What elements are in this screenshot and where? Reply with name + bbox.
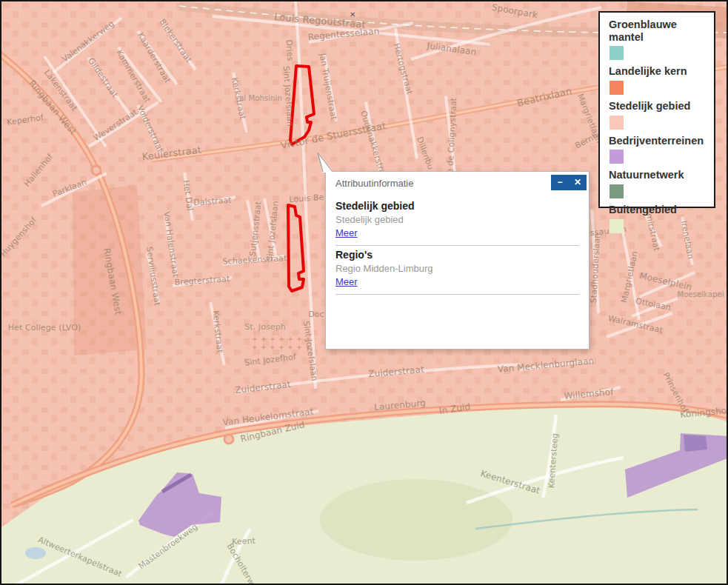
attribute-section: Stedelijk gebied Stedelijk gebied Meer xyxy=(335,200,579,246)
attribute-value: Regio Midden-Limburg xyxy=(335,263,579,274)
attribute-value: Stedelijk gebied xyxy=(335,214,579,225)
legend-item: Bedrijventerreinen xyxy=(609,135,714,164)
popup-title: Attribuutinformatie xyxy=(335,178,414,189)
legend-item-swatch xyxy=(610,184,624,198)
roundabout xyxy=(224,435,233,444)
popup-header[interactable]: Attribuutinformatie − ✕ xyxy=(326,172,589,194)
roundabout xyxy=(92,166,101,175)
attribute-layer-name: Regio's xyxy=(335,249,579,261)
bedrijventerrein-dark-block xyxy=(684,435,707,452)
legend-item-swatch xyxy=(610,116,624,130)
legend-item: Stedelijk gebied xyxy=(609,100,714,130)
legend-items: Groenblauwe mantelLandelijke kernStedeli… xyxy=(609,19,714,233)
more-link[interactable]: Meer xyxy=(335,227,358,238)
legend-item-swatch xyxy=(610,46,624,60)
map-viewer-window: Louis RegoutstraatSpoorparkBerapleinRege… xyxy=(0,0,728,585)
legend: Groenblauwe mantelLandelijke kernStedeli… xyxy=(598,11,715,208)
popup-body: Stedelijk gebied Stedelijk gebied Meer R… xyxy=(326,194,589,295)
legend-item-label: Buitengebied xyxy=(609,204,714,216)
attribute-layer-name: Stedelijk gebied xyxy=(335,200,579,212)
windmill-icon: ✕ xyxy=(350,10,355,19)
section-divider xyxy=(335,245,579,246)
legend-item: Buitengebied xyxy=(609,204,714,233)
more-link[interactable]: Meer xyxy=(335,276,358,287)
legend-item-swatch xyxy=(610,150,624,164)
legend-item-label: Groenblauwe mantel xyxy=(609,19,714,43)
legend-item-label: Bedrijventerreinen xyxy=(609,135,714,147)
minimize-button[interactable]: − xyxy=(551,175,569,190)
legend-item-swatch xyxy=(610,219,624,233)
section-divider xyxy=(335,294,579,295)
legend-item: Natuurnetwerk xyxy=(609,169,714,198)
legend-item: Landelijke kern xyxy=(609,65,714,95)
field-patch xyxy=(320,479,512,561)
popup-window-controls: − ✕ xyxy=(551,175,587,190)
cemetery-pattern xyxy=(247,332,315,352)
legend-item-label: Stedelijk gebied xyxy=(609,100,714,113)
legend-item: Groenblauwe mantel xyxy=(609,19,714,60)
legend-item-swatch xyxy=(610,81,624,95)
pond xyxy=(25,547,46,559)
legend-item-label: Landelijke kern xyxy=(609,65,714,78)
attribute-section: Regio's Regio Midden-Limburg Meer xyxy=(335,249,579,295)
close-button[interactable]: ✕ xyxy=(569,175,587,190)
attribute-info-popup: Attribuutinformatie − ✕ Stedelijk gebied… xyxy=(325,171,590,350)
legend-item-label: Natuurnetwerk xyxy=(609,169,714,181)
